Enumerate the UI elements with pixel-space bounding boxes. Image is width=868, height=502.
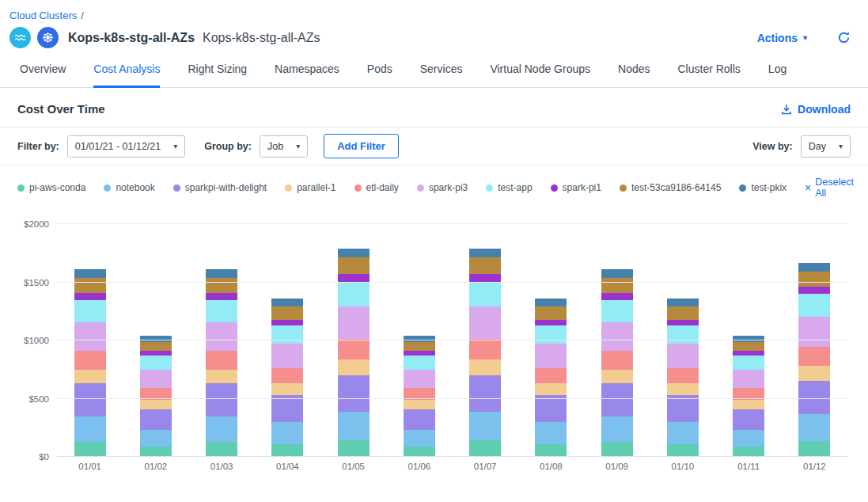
bar-segment-test-pkix[interactable] [271,299,303,306]
bar-segment-pi-aws-conda[interactable] [469,440,501,457]
bar-segment-test-app[interactable] [535,325,567,344]
bar-segment-parallel-1[interactable] [140,400,172,409]
bar-segment-etl-daily[interactable] [601,351,633,370]
legend-item-spark-pi1[interactable]: spark-pi1 [551,182,601,193]
bar-segment-spark-pi3[interactable] [140,370,172,389]
bar-segment-spark-pi1[interactable] [74,293,106,300]
chart-bar-01/11[interactable] [733,224,764,457]
bar-segment-notebook[interactable] [667,422,699,444]
bar-segment-pi-aws-conda[interactable] [206,442,237,457]
bar-segment-test-pkix[interactable] [798,263,830,272]
bar-segment-test-pkix[interactable] [206,269,237,277]
bar-segment-sparkpi-with-delight[interactable] [469,375,501,412]
bar-segment-test-53ca9186-64145[interactable] [733,342,764,352]
breadcrumb-link[interactable]: Cloud Clusters [9,10,77,21]
deselect-all-button[interactable]: × Deselect All [805,177,854,199]
legend-item-test-app[interactable]: test-app [486,182,532,193]
tab-cluster-rolls[interactable]: Cluster Rolls [677,63,740,88]
bar-segment-test-53ca9186-64145[interactable] [798,272,830,287]
bar-segment-spark-pi3[interactable] [798,317,830,347]
bar-segment-test-app[interactable] [206,300,237,322]
bar-segment-parallel-1[interactable] [271,383,303,395]
bar-segment-parallel-1[interactable] [535,383,567,395]
bar-segment-spark-pi1[interactable] [601,293,633,300]
chart-bar-01/04[interactable] [271,224,303,457]
bar-segment-test-53ca9186-64145[interactable] [469,257,501,274]
bar-segment-etl-daily[interactable] [74,351,106,370]
chart-bar-01/05[interactable] [338,224,370,457]
bar-segment-spark-pi1[interactable] [206,293,237,300]
bar-segment-etl-daily[interactable] [798,347,830,366]
download-button[interactable]: Download [781,103,851,116]
bar-segment-spark-pi1[interactable] [469,274,501,282]
bar-segment-test-pkix[interactable] [733,336,764,341]
bar-segment-spark-pi3[interactable] [338,306,370,339]
tab-log[interactable]: Log [768,63,787,88]
bar-segment-spark-pi3[interactable] [404,370,435,389]
legend-item-pi-aws-conda[interactable]: pi-aws-conda [17,182,85,193]
chart-bar-01/01[interactable] [74,224,106,457]
tab-virtual-node-groups[interactable]: Virtual Node Groups [490,63,590,88]
bar-segment-test-53ca9186-64145[interactable] [206,278,237,293]
bar-segment-etl-daily[interactable] [338,339,370,359]
bar-segment-etl-daily[interactable] [535,368,567,383]
bar-segment-spark-pi3[interactable] [601,322,633,352]
bar-segment-test-pkix[interactable] [404,336,435,341]
bar-segment-notebook[interactable] [404,430,435,447]
bar-segment-sparkpi-with-delight[interactable] [338,375,370,412]
bar-segment-etl-daily[interactable] [667,368,699,383]
bar-segment-test-53ca9186-64145[interactable] [271,306,303,319]
legend-item-sparkpi-with-delight[interactable]: sparkpi-with-delight [173,182,267,193]
legend-item-test-pkix[interactable]: test-pkix [739,182,787,193]
bar-segment-test-app[interactable] [667,325,699,344]
bar-segment-test-app[interactable] [733,356,764,370]
bar-segment-spark-pi3[interactable] [667,344,699,368]
tab-cost-analysis[interactable]: Cost Analysis [93,63,160,88]
legend-item-parallel-1[interactable]: parallel-1 [285,182,335,193]
chart-bar-01/06[interactable] [404,224,435,457]
bar-segment-test-app[interactable] [798,294,830,317]
bar-segment-etl-daily[interactable] [206,351,237,370]
tab-overview[interactable]: Overview [20,63,66,88]
bar-segment-spark-pi1[interactable] [535,320,567,325]
bar-segment-pi-aws-conda[interactable] [338,440,370,457]
bar-segment-test-53ca9186-64145[interactable] [601,278,633,293]
bar-segment-test-app[interactable] [271,325,303,344]
bar-segment-notebook[interactable] [74,416,106,442]
add-filter-button[interactable]: Add Filter [324,134,399,158]
bar-segment-test-pkix[interactable] [535,299,567,306]
bar-segment-sparkpi-with-delight[interactable] [74,383,106,416]
bar-segment-parallel-1[interactable] [601,370,633,384]
bar-segment-sparkpi-with-delight[interactable] [601,383,633,416]
chart-bar-01/12[interactable] [798,224,830,457]
bar-segment-notebook[interactable] [140,430,172,447]
bar-segment-spark-pi1[interactable] [271,320,303,325]
bar-segment-parallel-1[interactable] [338,359,370,375]
bar-segment-test-pkix[interactable] [140,336,172,341]
tab-right-sizing[interactable]: Right Sizing [188,63,247,88]
bar-segment-spark-pi1[interactable] [338,274,370,282]
tab-nodes[interactable]: Nodes [618,63,650,88]
tab-services[interactable]: Services [420,63,463,88]
bar-segment-sparkpi-with-delight[interactable] [206,383,237,416]
legend-item-spark-pi3[interactable]: spark-pi3 [417,182,468,193]
bar-segment-sparkpi-with-delight[interactable] [404,409,435,430]
bar-segment-test-pkix[interactable] [74,269,106,277]
bar-segment-sparkpi-with-delight[interactable] [271,395,303,422]
bar-segment-parallel-1[interactable] [74,370,106,384]
bar-segment-parallel-1[interactable] [667,383,699,395]
bar-segment-test-pkix[interactable] [601,269,633,277]
bar-segment-notebook[interactable] [206,416,237,442]
bar-segment-test-app[interactable] [74,300,106,322]
legend-item-notebook[interactable]: notebook [104,182,154,193]
bar-segment-test-app[interactable] [338,282,370,306]
bar-segment-spark-pi3[interactable] [206,322,237,352]
tab-namespaces[interactable]: Namespaces [275,63,339,88]
bar-segment-spark-pi1[interactable] [667,320,699,325]
bar-segment-test-pkix[interactable] [338,249,370,257]
bar-segment-notebook[interactable] [469,412,501,440]
bar-segment-notebook[interactable] [798,414,830,441]
bar-segment-notebook[interactable] [338,412,370,440]
bar-segment-spark-pi3[interactable] [733,370,764,389]
bar-segment-spark-pi3[interactable] [74,322,106,352]
